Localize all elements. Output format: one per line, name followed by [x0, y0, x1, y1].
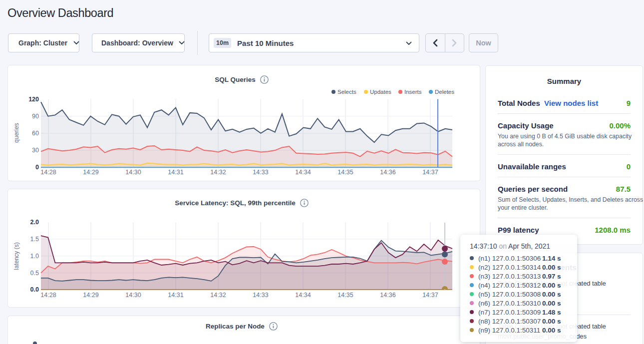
- svg-text:1.5: 1.5: [30, 236, 39, 243]
- svg-text:queries: queries: [13, 123, 20, 142]
- svg-text:120: 120: [28, 96, 39, 103]
- svg-text:Selects: Selects: [337, 89, 356, 95]
- svg-text:Inserts: Inserts: [404, 89, 422, 95]
- svg-text:60: 60: [32, 130, 39, 137]
- svg-text:90: 90: [32, 113, 39, 120]
- svg-text:14:36: 14:36: [380, 169, 395, 176]
- svg-text:14:34: 14:34: [295, 169, 311, 176]
- svg-text:14:37: 14:37: [422, 292, 438, 299]
- svg-text:0: 0: [35, 164, 39, 171]
- svg-text:14:32: 14:32: [210, 292, 226, 299]
- svg-text:14:34: 14:34: [295, 292, 311, 299]
- svg-text:latency (s): latency (s): [13, 242, 20, 270]
- svg-text:14:29: 14:29: [83, 292, 98, 299]
- svg-text:0.0: 0.0: [30, 286, 39, 293]
- svg-text:14:36: 14:36: [380, 292, 395, 299]
- svg-text:14:32: 14:32: [210, 169, 226, 176]
- svg-text:Updates: Updates: [370, 89, 391, 95]
- svg-text:14:30: 14:30: [125, 292, 141, 299]
- svg-text:14:35: 14:35: [337, 169, 353, 176]
- svg-text:14:33: 14:33: [253, 292, 268, 299]
- svg-text:2.0: 2.0: [30, 219, 39, 226]
- svg-text:14:28: 14:28: [40, 292, 56, 299]
- svg-text:14:30: 14:30: [125, 169, 141, 176]
- svg-text:14:35: 14:35: [337, 292, 353, 299]
- svg-text:14:37: 14:37: [422, 169, 438, 176]
- svg-text:14:28: 14:28: [40, 169, 56, 176]
- svg-text:0.5: 0.5: [30, 270, 39, 277]
- svg-text:Deletes: Deletes: [435, 89, 454, 95]
- svg-text:14:29: 14:29: [83, 169, 98, 176]
- svg-text:1.0: 1.0: [30, 253, 39, 260]
- svg-text:14:31: 14:31: [168, 169, 183, 176]
- svg-text:14:31: 14:31: [168, 292, 183, 299]
- svg-text:14:33: 14:33: [253, 169, 268, 176]
- svg-text:30: 30: [32, 147, 39, 154]
